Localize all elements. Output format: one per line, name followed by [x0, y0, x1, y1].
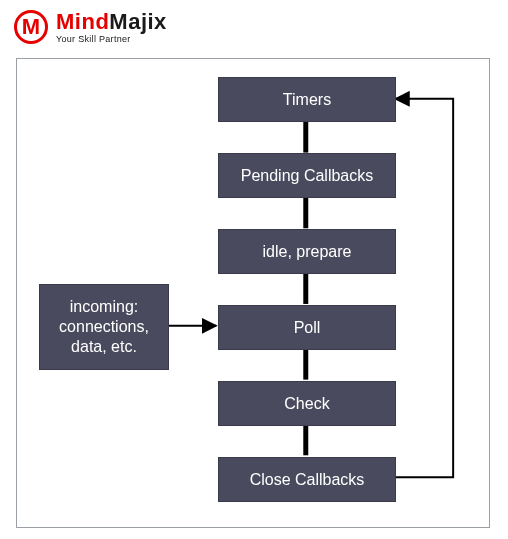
phase-poll-label: Poll: [294, 318, 321, 338]
diagram-frame: Timers Pending Callbacks idle, prepare P…: [16, 58, 490, 528]
logo-mark-letter: M: [22, 16, 40, 38]
phase-idle-label: idle, prepare: [263, 242, 352, 262]
phase-check-label: Check: [284, 394, 329, 414]
logo-name-dark: Majix: [109, 9, 167, 34]
phase-timers: Timers: [218, 77, 396, 122]
phase-poll: Poll: [218, 305, 396, 350]
logo-tagline: Your Skill Partner: [56, 35, 167, 44]
logo-name-red: Mind: [56, 9, 109, 34]
phase-check: Check: [218, 381, 396, 426]
phase-timers-label: Timers: [283, 90, 331, 110]
phase-close-label: Close Callbacks: [250, 470, 365, 490]
logo-mark-icon: M: [14, 10, 48, 44]
logo-text-block: MindMajix Your Skill Partner: [56, 11, 167, 44]
incoming-box: incoming: connections, data, etc.: [39, 284, 169, 370]
phase-pending-label: Pending Callbacks: [241, 166, 374, 186]
phase-close-callbacks: Close Callbacks: [218, 457, 396, 502]
incoming-label: incoming: connections, data, etc.: [59, 297, 149, 357]
phase-pending-callbacks: Pending Callbacks: [218, 153, 396, 198]
brand-logo: M MindMajix Your Skill Partner: [14, 10, 167, 44]
phase-idle-prepare: idle, prepare: [218, 229, 396, 274]
logo-name: MindMajix: [56, 11, 167, 33]
